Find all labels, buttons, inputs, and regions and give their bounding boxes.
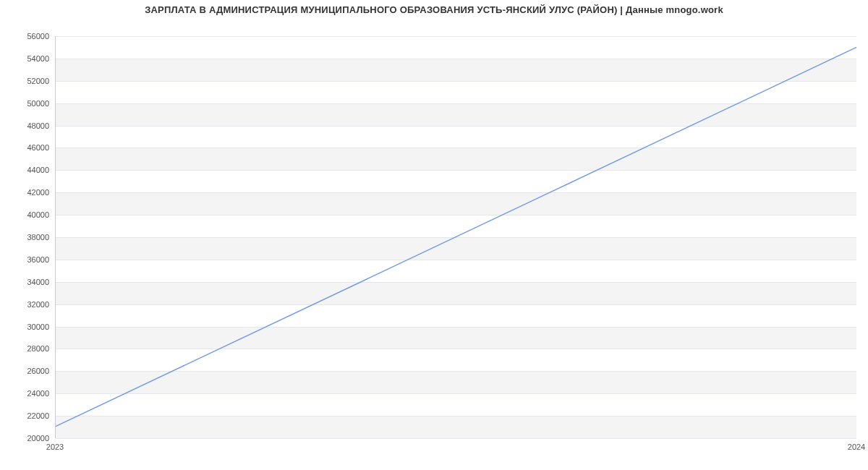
y-tick-label: 42000 — [6, 188, 49, 197]
y-tick-label: 52000 — [6, 77, 49, 85]
y-tick-label: 50000 — [6, 99, 49, 108]
y-tick-label: 24000 — [6, 389, 49, 398]
x-tick-label: 2024 — [848, 443, 865, 451]
y-tick-label: 46000 — [6, 143, 49, 152]
y-tick-label: 32000 — [6, 300, 49, 309]
y-tick-label: 40000 — [6, 210, 49, 219]
y-tick-label: 34000 — [6, 278, 49, 286]
y-tick-label: 22000 — [6, 411, 49, 420]
y-tick-label: 44000 — [6, 166, 49, 174]
chart-container: ЗАРПЛАТА В АДМИНИСТРАЦИЯ МУНИЦИПАЛЬНОГО … — [0, 0, 868, 470]
y-grid-line — [56, 438, 856, 439]
y-tick-label: 20000 — [6, 434, 49, 443]
y-tick-label: 54000 — [6, 54, 49, 63]
x-tick-label: 2023 — [46, 443, 64, 451]
y-tick-label: 28000 — [6, 344, 49, 353]
y-tick-label: 36000 — [6, 255, 49, 264]
line-layer — [56, 36, 856, 437]
chart-title: ЗАРПЛАТА В АДМИНИСТРАЦИЯ МУНИЦИПАЛЬНОГО … — [0, 4, 868, 15]
y-tick-label: 48000 — [6, 121, 49, 130]
y-tick-label: 38000 — [6, 233, 49, 242]
y-tick-label: 26000 — [6, 367, 49, 375]
plot-area — [55, 36, 856, 438]
y-tick-label: 30000 — [6, 322, 49, 331]
y-tick-label: 56000 — [6, 32, 49, 40]
series-line — [56, 47, 856, 426]
